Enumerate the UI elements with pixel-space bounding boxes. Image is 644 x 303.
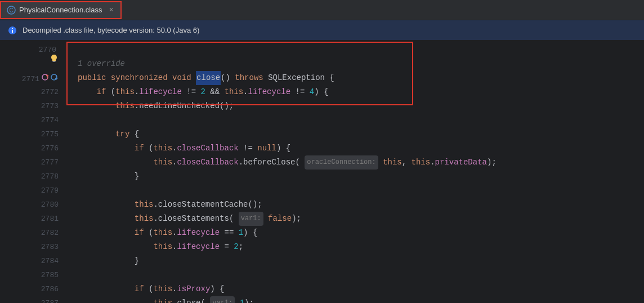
bulb-icon[interactable] <box>50 54 59 65</box>
editor: 2770 2771 2772 2773 2774 2775 2776 2777 … <box>0 41 644 303</box>
gutter-line: 2781 <box>0 212 63 226</box>
gutter-line: 2772 <box>0 85 63 99</box>
tab-bar: C PhysicalConnection.class × <box>0 0 644 20</box>
close-tab-button[interactable]: × <box>108 6 114 15</box>
gutter-line: 2784 <box>0 254 63 268</box>
code-line: this.closeStatementCache(); <box>78 198 644 212</box>
gutter-line: 2775 <box>0 127 63 141</box>
tab-filename: PhysicalConnection.class <box>19 6 102 14</box>
decompiled-banner: Decompiled .class file, bytecode version… <box>0 20 644 41</box>
svg-rect-7 <box>53 61 56 62</box>
override-up-icon[interactable] <box>42 73 50 83</box>
code-line: 1 override <box>78 57 644 71</box>
gutter-line: 2778 <box>0 170 63 184</box>
class-file-icon: C <box>7 6 16 15</box>
svg-point-4 <box>12 28 13 29</box>
code-line <box>78 184 644 198</box>
code-line: if (this.closeCallback != null) { <box>78 141 644 155</box>
gutter: 2770 2771 2772 2773 2774 2775 2776 2777 … <box>0 41 63 303</box>
banner-text: Decompiled .class file, bytecode version… <box>23 26 199 34</box>
svg-text:C: C <box>9 7 13 14</box>
code-line <box>78 43 644 57</box>
code-line: public synchronized void close() throws … <box>78 71 644 85</box>
code-area[interactable]: 1 override public synchronized void clos… <box>63 41 644 303</box>
code-line: this.closeStatements( var1: false); <box>78 212 644 226</box>
gutter-line: 2773 <box>0 99 63 113</box>
code-line: this.needLineUnchecked(); <box>78 99 644 113</box>
param-hint: oracleConnection: <box>305 155 378 170</box>
gutter-line: 2777 <box>0 155 63 170</box>
svg-rect-3 <box>12 30 13 33</box>
gutter-line: 2779 <box>0 184 63 198</box>
gutter-line: 2785 <box>0 268 63 282</box>
code-line: if (this.lifecycle != 2 && this.lifecycl… <box>78 85 644 99</box>
code-line <box>78 113 644 127</box>
code-line: } <box>78 254 644 268</box>
gutter-line: 2786 <box>0 282 63 296</box>
gutter-line: 2776 <box>0 141 63 155</box>
code-line: if (this.lifecycle == 1) { <box>78 226 644 240</box>
param-hint: var1: <box>210 296 235 303</box>
code-line: this.lifecycle = 2; <box>78 240 644 254</box>
code-line: if (this.isProxy) { <box>78 282 644 296</box>
code-line <box>78 268 644 282</box>
file-tab[interactable]: C PhysicalConnection.class × <box>0 1 122 19</box>
gutter-line: 2783 <box>0 240 63 254</box>
code-line: } <box>78 170 644 184</box>
gutter-line: 2774 <box>0 113 63 127</box>
code-line: this.close( var1: 1); <box>78 296 644 303</box>
info-icon <box>8 26 17 35</box>
gutter-line: 2782 <box>0 226 63 240</box>
code-line: this.closeCallback.beforeClose( oracleCo… <box>78 155 644 170</box>
gutter-line: 2787 <box>0 296 63 303</box>
override-down-icon[interactable] <box>51 73 59 83</box>
param-hint: var1: <box>239 212 263 226</box>
override-hint[interactable]: 1 override <box>78 57 125 71</box>
gutter-line: 2780 <box>0 198 63 212</box>
code-line: try { <box>78 127 644 141</box>
